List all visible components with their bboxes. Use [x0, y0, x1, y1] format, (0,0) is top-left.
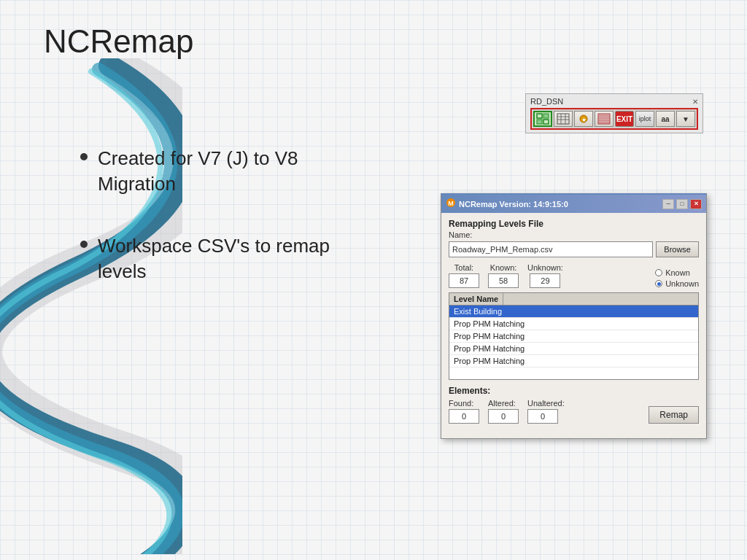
dialog-footer	[441, 434, 706, 438]
unknown-label: Unknown:	[527, 263, 563, 272]
svg-rect-4	[557, 114, 569, 124]
list-header-level-name: Level Name	[449, 293, 503, 305]
toolbar-icon-raster[interactable]: ★	[574, 111, 593, 127]
known-label: Known:	[490, 263, 517, 272]
list-item-0[interactable]: Exist Building	[449, 306, 698, 318]
list-header: Level Name	[449, 293, 698, 306]
toolbar-title: RD_DSN	[530, 97, 563, 106]
toolbar-icon-grid[interactable]	[533, 111, 552, 127]
radio-known-button[interactable]	[655, 269, 662, 276]
slide-title: NCRemap	[44, 23, 193, 60]
bullets-list: Created for V7 (J) to V8 Migration Works…	[80, 146, 372, 321]
list-item-3[interactable]: Prop PHM Hatching	[449, 343, 698, 355]
dialog-title-text: NCRemap Version: 14:9:15:0	[459, 200, 662, 209]
altered-label: Altered:	[488, 399, 516, 408]
elements-label: Elements:	[449, 386, 699, 396]
section-remapping-label: Remapping Levels File	[449, 219, 699, 229]
svg-rect-2	[537, 120, 542, 124]
radio-known-label: Known	[665, 268, 690, 277]
list-item-2[interactable]: Prop PHM Hatching	[449, 330, 698, 343]
toolbar-titlebar: RD_DSN ✕	[530, 97, 698, 106]
bullet-item-1: Created for V7 (J) to V8 Migration	[80, 146, 372, 197]
toolbar-close-icon[interactable]: ✕	[692, 98, 698, 106]
remap-button[interactable]: Remap	[649, 406, 699, 424]
elements-section: Elements: Found: 0 Altered: 0 Unaltered:…	[449, 386, 699, 424]
dialog-minimize-button[interactable]: ─	[662, 199, 674, 209]
total-label: Total:	[454, 263, 473, 272]
file-input[interactable]	[449, 241, 653, 257]
svg-rect-3	[543, 120, 549, 124]
list-cell-2: Prop PHM Hatching	[449, 330, 698, 342]
list-item-1[interactable]: Prop PHM Hatching	[449, 318, 698, 330]
toolbar-icon-exit[interactable]: EXIT	[615, 111, 634, 127]
radio-unknown-label: Unknown	[665, 279, 699, 288]
list-cell-4: Prop PHM Hatching	[449, 355, 698, 367]
known-value: 58	[488, 273, 519, 288]
dialog-title-icon: M	[446, 198, 456, 210]
list-cell-3: Prop PHM Hatching	[449, 343, 698, 354]
level-list-container[interactable]: Level Name Exist Building Prop PHM Hatch…	[449, 292, 699, 380]
toolbar-icon-text[interactable]: aa	[656, 111, 675, 127]
toolbar-icon-table[interactable]	[554, 111, 573, 127]
stat-unknown: Unknown: 29	[527, 263, 563, 288]
unknown-value: 29	[530, 273, 560, 288]
svg-text:M: M	[448, 200, 454, 207]
dialog-titlebar: M NCRemap Version: 14:9:15:0 ─ □ ✕	[441, 195, 706, 213]
list-item-4[interactable]: Prop PHM Hatching	[449, 355, 698, 368]
list-cell-1: Prop PHM Hatching	[449, 318, 698, 330]
element-altered-group: Altered: 0	[488, 399, 519, 424]
found-value: 0	[449, 409, 479, 424]
radio-unknown-button[interactable]	[655, 280, 662, 287]
altered-value: 0	[488, 409, 519, 424]
browse-button[interactable]: Browse	[656, 241, 699, 257]
svg-rect-1	[543, 114, 549, 118]
radio-group: Known Unknown	[655, 268, 699, 288]
svg-rect-0	[537, 114, 542, 118]
toolbar-icon-iplot[interactable]: iplot	[635, 111, 654, 127]
bullet-dot-1	[80, 153, 88, 160]
toolbar-window: RD_DSN ✕ ★ EXIT iplot aa ▼	[525, 93, 703, 133]
element-found-group: Found: 0	[449, 399, 479, 424]
stat-known: Known: 58	[488, 263, 519, 288]
toolbar-icon-pattern[interactable]	[595, 111, 614, 127]
name-label: Name:	[449, 230, 699, 239]
element-unaltered-group: Unaltered: 0	[527, 399, 565, 424]
dialog-titlebar-controls: ─ □ ✕	[662, 199, 702, 209]
toolbar-icons-row: ★ EXIT iplot aa ▼	[530, 108, 698, 130]
elements-row: Found: 0 Altered: 0 Unaltered: 0 Remap	[449, 399, 699, 424]
unaltered-label: Unaltered:	[527, 399, 565, 408]
found-label: Found:	[449, 399, 473, 408]
bullet-dot-2	[80, 241, 88, 248]
radio-known-row[interactable]: Known	[655, 268, 699, 277]
bullet-item-2: Workspace CSV's to remap levels	[80, 233, 372, 284]
dialog-maximize-button[interactable]: □	[676, 199, 688, 209]
total-value: 87	[449, 273, 479, 288]
list-cell-0: Exist Building	[449, 306, 698, 317]
toolbar-icon-arrow[interactable]: ▼	[676, 111, 695, 127]
file-row: Browse	[449, 241, 699, 257]
dialog-body: Remapping Levels File Name: Browse Total…	[441, 213, 706, 434]
svg-text:★: ★	[581, 117, 587, 123]
stat-total: Total: 87	[449, 263, 479, 288]
dialog-close-button[interactable]: ✕	[690, 199, 702, 209]
unaltered-value: 0	[527, 409, 558, 424]
stats-row: Total: 87 Known: 58 Unknown: 29 Known Un…	[449, 263, 699, 288]
ncremap-dialog: M NCRemap Version: 14:9:15:0 ─ □ ✕ Remap…	[441, 193, 707, 439]
radio-unknown-row[interactable]: Unknown	[655, 279, 699, 288]
